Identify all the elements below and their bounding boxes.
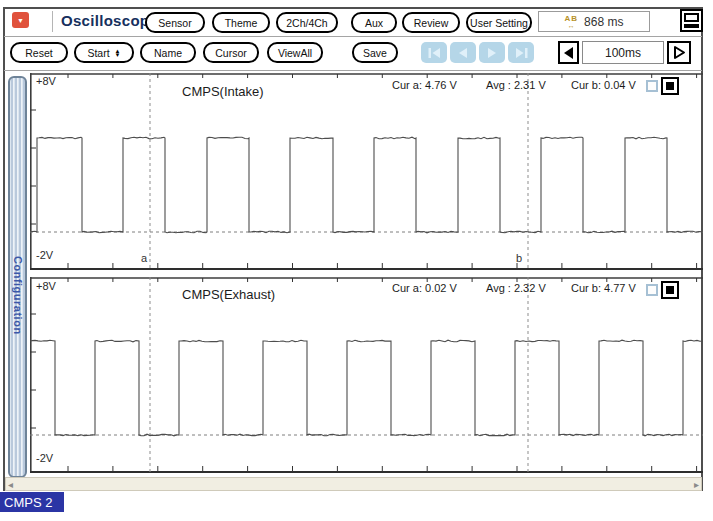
- configuration-tab-label: Configuration: [12, 256, 24, 335]
- intake-title: CMPS(Intake): [182, 84, 264, 99]
- viewall-button[interactable]: ViewAll: [267, 42, 323, 63]
- channel-mode-button[interactable]: 2Ch/4Ch: [276, 12, 338, 33]
- intake-cursor-b-value: Cur b: 0.04 V: [571, 79, 636, 91]
- exhaust-channel-indicator[interactable]: [661, 281, 679, 299]
- title-divider: [52, 11, 53, 32]
- skip-start-icon: [427, 48, 442, 58]
- exhaust-waveform-plot[interactable]: [30, 277, 703, 474]
- page-title: Oscilloscope: [61, 12, 158, 29]
- indicator-fill: [666, 286, 674, 294]
- theme-button[interactable]: Theme: [212, 12, 270, 33]
- go-next-button[interactable]: [479, 42, 505, 63]
- start-button-label: Start: [87, 47, 109, 59]
- triangle-left-icon: [562, 46, 575, 60]
- app-menu-icon[interactable]: ▼: [12, 12, 29, 28]
- exhaust-checkbox[interactable]: [646, 284, 658, 296]
- cursor-a-label: a: [141, 252, 147, 264]
- user-setting-button[interactable]: User Setting: [466, 12, 532, 33]
- intake-cursor-a-value: Cur a: 4.76 V: [392, 79, 457, 91]
- name-button[interactable]: Name: [140, 42, 196, 63]
- timebase-value[interactable]: 100ms: [582, 41, 664, 64]
- exhaust-title: CMPS(Exhaust): [182, 287, 275, 302]
- go-last-button[interactable]: [508, 42, 534, 63]
- intake-vmin-label: -2V: [36, 249, 53, 261]
- menu-bar-icon: [684, 24, 699, 29]
- exhaust-cursor-b-value: Cur b: 4.77 V: [571, 282, 636, 294]
- intake-channel-indicator[interactable]: [661, 77, 679, 95]
- toolbar-divider: [4, 70, 702, 71]
- skip-end-icon: [514, 48, 529, 58]
- go-first-button[interactable]: [421, 42, 447, 63]
- save-button[interactable]: Save: [352, 42, 398, 63]
- exhaust-vmax-label: +8V: [36, 280, 56, 292]
- channel-badge: CMPS 2: [0, 492, 64, 512]
- start-spinner-icon: ▲▼: [115, 49, 121, 57]
- intake-waveform-plot[interactable]: [30, 73, 703, 271]
- timebase-increase-button[interactable]: [667, 41, 691, 64]
- intake-avg-value: Avg : 2.31 V: [486, 79, 546, 91]
- indicator-fill: [666, 82, 674, 90]
- hamburger-menu-icon[interactable]: [680, 9, 703, 32]
- arrow-left-icon: [457, 48, 469, 58]
- timebase-decrease-button[interactable]: [558, 41, 579, 64]
- review-button[interactable]: Review: [402, 12, 460, 33]
- sensor-button[interactable]: Sensor: [145, 12, 205, 33]
- triangle-right-icon: [672, 45, 687, 60]
- exhaust-vmin-label: -2V: [36, 452, 53, 464]
- go-prev-button[interactable]: [450, 42, 476, 63]
- oscilloscope-window: ▼ Oscilloscope Sensor Theme 2Ch/4Ch Aux …: [0, 0, 713, 521]
- titlebar-divider: [4, 36, 702, 37]
- start-button[interactable]: Start ▲▼: [74, 42, 134, 63]
- intake-checkbox[interactable]: [646, 80, 658, 92]
- arrow-right-icon: [486, 48, 498, 58]
- intake-vmax-label: +8V: [36, 75, 56, 87]
- reset-button[interactable]: Reset: [10, 42, 68, 63]
- scroll-left-icon[interactable]: ◂: [8, 479, 13, 490]
- exhaust-avg-value: Avg : 2.32 V: [486, 282, 546, 294]
- aux-button[interactable]: Aux: [351, 12, 397, 33]
- exhaust-cursor-a-value: Cur a: 0.02 V: [392, 282, 457, 294]
- dropdown-triangle-icon: ▼: [17, 17, 24, 24]
- cursor-b-label: b: [516, 252, 522, 264]
- cursor-button[interactable]: Cursor: [203, 42, 259, 63]
- ab-time-readout: AB↔ 868 ms: [538, 11, 650, 32]
- scroll-right-icon[interactable]: ▸: [694, 479, 699, 490]
- ab-cursor-icon: AB↔: [565, 15, 579, 29]
- horizontal-scrollbar[interactable]: ◂ ▸: [5, 477, 702, 491]
- ab-time-value: 868 ms: [584, 15, 623, 29]
- menu-bar-icon: [684, 13, 699, 22]
- configuration-tab[interactable]: Configuration: [8, 76, 27, 478]
